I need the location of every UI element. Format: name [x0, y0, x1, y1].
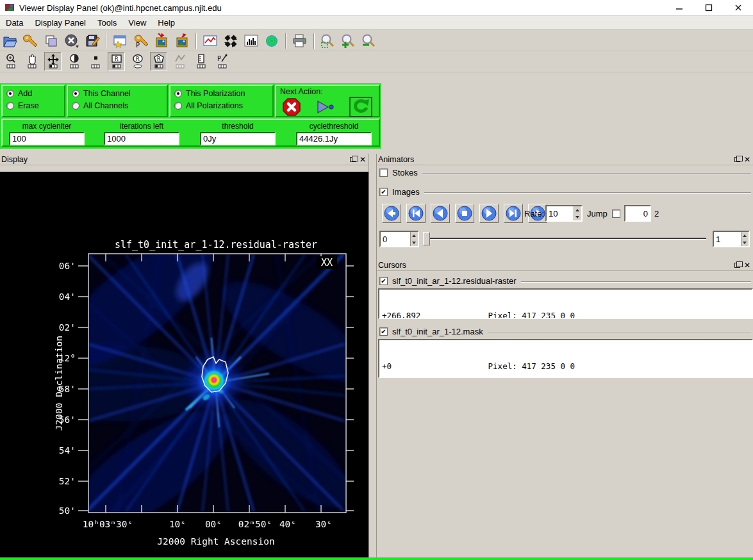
target-icon[interactable] — [263, 32, 281, 50]
all-channels-label: All Channels — [83, 101, 128, 110]
jump-checkbox[interactable] — [612, 210, 620, 218]
wrench-icon[interactable] — [22, 32, 40, 50]
spin-arrows[interactable] — [574, 206, 581, 220]
cyclethreshold-label: cyclethreshold — [292, 122, 376, 131]
close-icon[interactable]: ✕ — [744, 156, 750, 163]
menu-data[interactable]: Data — [0, 17, 29, 29]
last-frame-input[interactable] — [714, 232, 741, 246]
jump-input[interactable] — [625, 206, 650, 220]
menu-help[interactable]: Help — [152, 17, 181, 29]
add-radio[interactable] — [6, 90, 14, 97]
panel-wrench-icon[interactable]: P — [132, 32, 150, 50]
frame-spinbox[interactable] — [379, 231, 419, 247]
all-polarizations-radio[interactable] — [174, 102, 182, 110]
minimize-icon[interactable] — [665, 0, 694, 15]
close-icon[interactable] — [724, 0, 753, 15]
images-animator-row: Images — [379, 187, 751, 197]
last-frame-spinbox[interactable] — [713, 231, 750, 247]
close-icon[interactable]: ✕ — [360, 156, 366, 163]
images-checkbox[interactable] — [379, 188, 388, 196]
frame-input[interactable] — [381, 232, 410, 246]
polyline-tool-icon[interactable] — [171, 52, 188, 71]
tracker-mask-checkbox[interactable] — [379, 327, 388, 336]
menu-display-panel[interactable]: Display Panel — [29, 17, 92, 29]
menu-view[interactable]: View — [122, 17, 152, 29]
reverse-play-icon[interactable] — [431, 204, 450, 223]
zoom-region-icon[interactable] — [319, 32, 337, 50]
iterations-left-field[interactable] — [104, 132, 179, 145]
pv-tool-icon[interactable]: P — [213, 52, 231, 71]
refresh-icon[interactable] — [349, 97, 372, 119]
jump-field[interactable] — [624, 205, 651, 222]
rate-input[interactable] — [547, 206, 574, 220]
menu-tools[interactable]: Tools — [92, 17, 122, 29]
rect-region-tool-icon[interactable]: R — [108, 52, 125, 71]
rate-spinbox[interactable] — [545, 205, 583, 222]
play-icon[interactable] — [479, 204, 499, 223]
tapedeck — [382, 204, 548, 223]
position-tool-icon[interactable] — [44, 52, 62, 71]
window-bottom-frame — [0, 557, 753, 560]
animators-dock-header: Animators ✕ — [377, 154, 753, 165]
menubar: Data Display Panel Tools View Help — [0, 16, 753, 30]
titlebar: Viewer Display Panel (ok)@inti.hpcnet.ca… — [0, 0, 753, 16]
close-icon[interactable]: ✕ — [744, 262, 750, 268]
tracker-mask-readout: +0 Pixel: 417 235 0 0 10:02:37.072 +11.5… — [378, 339, 753, 378]
zoom-tool-icon[interactable] — [2, 52, 19, 71]
continue-icon[interactable] — [315, 97, 336, 119]
spin-arrows[interactable] — [410, 232, 418, 246]
fit-window-icon[interactable] — [222, 32, 240, 50]
zoom-in-icon[interactable] — [340, 32, 358, 50]
zoom-out-icon[interactable] — [360, 32, 378, 50]
this-channel-radio[interactable] — [72, 90, 79, 97]
spin-arrows[interactable] — [741, 232, 749, 246]
svg-text:54': 54' — [59, 445, 76, 456]
dock-splitter[interactable] — [368, 154, 377, 557]
save-icon[interactable] — [83, 32, 101, 50]
ruler-tool-icon[interactable] — [192, 52, 210, 71]
first-frame-icon[interactable] — [382, 204, 401, 223]
stop-icon[interactable] — [455, 204, 474, 223]
stokes-plane-label: XX — [321, 257, 333, 268]
close-circle-icon[interactable] — [63, 32, 81, 50]
stretch-tool-icon[interactable] — [65, 52, 83, 71]
jump-label: Jump — [587, 209, 608, 218]
maximize-icon[interactable] — [694, 0, 724, 15]
max-cycleniter-field[interactable] — [9, 132, 85, 145]
viewer-window: Viewer Display Panel (ok)@inti.hpcnet.ca… — [0, 0, 753, 560]
float-icon[interactable] — [734, 157, 740, 162]
point-tool-icon[interactable] — [87, 52, 104, 71]
threshold-field[interactable] — [200, 132, 276, 145]
all-channels-radio[interactable] — [72, 102, 79, 110]
float-icon[interactable] — [350, 157, 356, 162]
this-polarization-label: This Polarization — [186, 89, 245, 98]
pan-tool-icon[interactable] — [23, 52, 40, 71]
erase-radio[interactable] — [6, 102, 14, 110]
line-plot-icon[interactable] — [201, 32, 219, 50]
float-icon[interactable] — [734, 263, 740, 268]
open-folder-icon[interactable] — [1, 32, 19, 50]
this-polarization-radio[interactable] — [174, 90, 182, 97]
ellipse-region-tool-icon[interactable]: R — [129, 52, 146, 71]
stokes-checkbox[interactable] — [379, 169, 388, 177]
svg-text:52': 52' — [59, 476, 76, 486]
copy-panel-icon[interactable] — [42, 32, 60, 50]
frame-slider-track[interactable] — [423, 238, 706, 240]
new-window-icon[interactable] — [112, 32, 129, 50]
next-action-group: Next Action: — [275, 85, 380, 117]
prev-step-icon[interactable] — [406, 204, 426, 223]
erase-label: Erase — [18, 101, 39, 110]
display-canvas[interactable]: slf_t0_init_ar_1-12.residual-raster XX 0… — [0, 172, 368, 557]
stop-icon[interactable] — [281, 97, 302, 119]
save-image-icon[interactable] — [153, 32, 170, 50]
frame-slider-handle[interactable] — [423, 232, 430, 245]
svg-text:R: R — [136, 56, 140, 62]
print-icon[interactable] — [291, 32, 309, 50]
tracker-residual-checkbox[interactable] — [379, 277, 388, 285]
polygon-region-tool-icon[interactable]: R — [150, 52, 167, 71]
save-image-alt-icon[interactable] — [173, 32, 191, 50]
histogram-icon[interactable] — [242, 32, 260, 50]
cyclethreshold-field[interactable] — [296, 132, 372, 145]
threshold-label: threshold — [196, 122, 279, 131]
next-step-icon[interactable] — [504, 204, 523, 223]
